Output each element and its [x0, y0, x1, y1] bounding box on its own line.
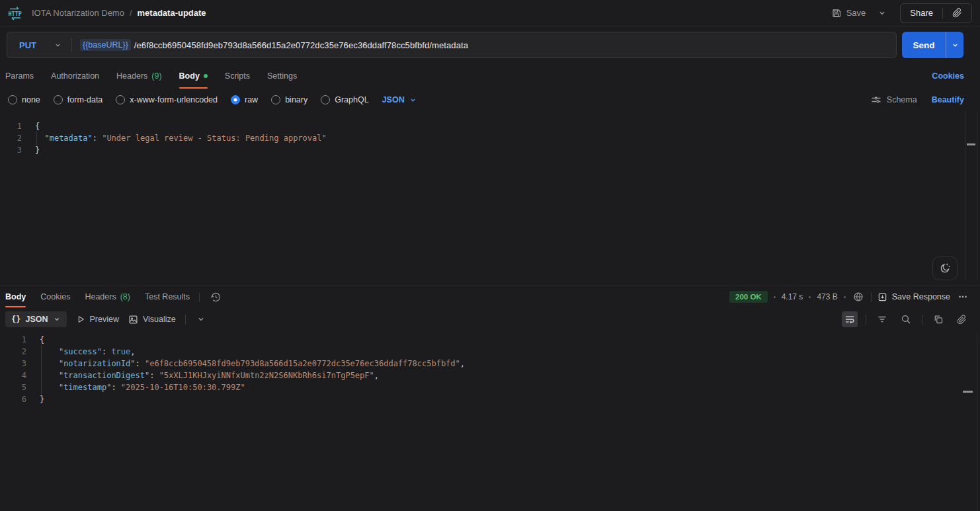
tab-scripts[interactable]: Scripts [225, 63, 250, 89]
link-response-button[interactable] [954, 312, 969, 327]
body-type-form-data[interactable]: form-data [54, 95, 103, 104]
radio-icon [54, 95, 63, 104]
code-line[interactable]: 6} [0, 393, 980, 405]
tab-body[interactable]: Body [179, 63, 208, 89]
body-type-none[interactable]: none [8, 95, 40, 104]
tab-test-results[interactable]: Test Results [145, 286, 190, 307]
scrollbar-thumb[interactable] [963, 391, 973, 393]
chevron-down-icon [196, 315, 206, 324]
tab-authorization[interactable]: Authorization [51, 63, 99, 89]
line-content: } [40, 393, 44, 405]
line-content: "metadata": "Under legal review - Status… [35, 132, 327, 144]
breadcrumb-request-name: metadata-update [138, 8, 206, 18]
postbot-button[interactable] [932, 256, 958, 280]
scrollbar-thumb[interactable] [967, 143, 975, 145]
send-button[interactable]: Send [902, 32, 946, 58]
method-selector[interactable]: PUT [7, 32, 71, 58]
code-line[interactable]: 5 "timestamp": "2025-10-16T10:50:30.799Z… [0, 381, 980, 393]
tab-settings[interactable]: Settings [267, 63, 297, 89]
body-format-label: JSON [382, 95, 405, 104]
cookies-link[interactable]: Cookies [932, 71, 964, 81]
code-line[interactable]: 2 "metadata": "Under legal review - Stat… [0, 132, 980, 144]
chevron-down-icon [878, 9, 887, 18]
save-response-button[interactable]: Save Response [878, 292, 950, 302]
copy-icon [933, 314, 944, 325]
body-type-graphql[interactable]: GraphQL [321, 95, 368, 104]
divider [871, 292, 872, 302]
filter-icon [877, 314, 887, 325]
tab-label: Params [5, 71, 34, 81]
url-box: PUT {{baseURL}} /e6f8ccb6950458fd9eb793d… [7, 32, 897, 58]
image-icon [128, 315, 138, 325]
chevron-down-icon [951, 41, 960, 50]
copy-link-button[interactable] [943, 4, 971, 22]
svg-text:HTTP: HTTP [9, 10, 22, 17]
request-tabs: ParamsAuthorizationHeaders(9)BodyScripts… [5, 63, 297, 89]
response-view-options-chevron[interactable] [195, 313, 207, 325]
response-section: BodyCookiesHeaders(8)Test Results 200 OK… [0, 286, 980, 511]
response-code-lines: 1{2 "success": true,3 "notarizationId": … [0, 334, 980, 405]
tab-body[interactable]: Body [5, 286, 26, 307]
tab-cookies[interactable]: Cookies [40, 286, 70, 307]
response-body-viewer[interactable]: 1{2 "success": true,3 "notarizationId": … [0, 331, 980, 511]
tab-params[interactable]: Params [5, 63, 34, 89]
response-format-selector[interactable]: {} JSON [5, 311, 67, 327]
breadcrumb-collection[interactable]: IOTA Notarization Demo [32, 8, 124, 18]
line-number: 6 [0, 393, 26, 405]
editor-scrollbar[interactable] [965, 111, 977, 280]
response-time[interactable]: 4.17 s [782, 292, 803, 301]
base-url-variable[interactable]: {{baseURL}} [80, 39, 131, 51]
url-input[interactable]: {{baseURL}} /e6f8ccb6950458fd9eb793d8a56… [72, 39, 896, 51]
wrap-text-button[interactable] [842, 311, 858, 327]
tab-headers[interactable]: Headers(8) [85, 286, 130, 307]
radio-label: raw [245, 95, 258, 104]
dot-separator [809, 296, 811, 298]
network-info-button[interactable] [852, 290, 865, 303]
request-bar: PUT {{baseURL}} /e6f8ccb6950458fd9eb793d… [0, 26, 980, 63]
status-badge[interactable]: 200 OK [729, 291, 768, 303]
response-format-label: JSON [25, 315, 48, 324]
ai-sparkle-icon [938, 262, 952, 275]
code-line[interactable]: 2 "success": true, [0, 346, 980, 358]
body-format-selector[interactable]: JSON [382, 95, 417, 104]
schema-button[interactable]: Schema [871, 95, 917, 105]
search-icon [901, 314, 911, 325]
beautify-button[interactable]: Beautify [932, 95, 964, 104]
code-line[interactable]: 3 "notarizationId": "e6f8ccb6950458fd9eb… [0, 358, 980, 370]
share-button[interactable]: Share [901, 4, 942, 22]
visualize-button[interactable]: Visualize [128, 315, 176, 325]
editor-scrollbar[interactable] [977, 334, 977, 511]
breadcrumb-separator: / [130, 8, 132, 18]
code-line[interactable]: 1{ [0, 120, 980, 132]
line-number: 5 [0, 381, 26, 393]
tab-label: Body [179, 71, 200, 81]
tab-headers[interactable]: Headers(9) [116, 63, 162, 89]
search-response-button[interactable] [898, 311, 914, 327]
preview-button[interactable]: Preview [76, 315, 119, 324]
body-type-x-www-form-urlencoded[interactable]: x-www-form-urlencoded [116, 95, 218, 104]
chevron-down-icon [54, 41, 62, 50]
share-button-group: Share [900, 3, 972, 23]
body-type-row: noneform-datax-www-form-urlencodedrawbin… [0, 89, 980, 111]
save-label: Save [846, 8, 866, 18]
response-size[interactable]: 473 B [817, 292, 837, 301]
code-line[interactable]: 3} [0, 144, 980, 156]
send-options-chevron[interactable] [946, 32, 963, 58]
filter-button[interactable] [874, 311, 890, 327]
request-body-editor[interactable]: 1{2 "metadata": "Under legal review - St… [0, 111, 980, 286]
tab-label: Headers [85, 292, 116, 301]
radio-icon [271, 95, 280, 104]
body-type-raw[interactable]: raw [231, 95, 258, 104]
request-history-button[interactable] [209, 290, 223, 304]
line-content: } [35, 144, 40, 156]
save-button[interactable]: Save [829, 5, 869, 22]
code-line[interactable]: 1{ [0, 334, 980, 346]
code-line[interactable]: 4 "transactionDigest": "5xXLJ1KHJxyiNNfx… [0, 370, 980, 381]
copy-response-button[interactable] [930, 311, 946, 327]
radio-icon [231, 95, 240, 104]
response-more-button[interactable] [956, 290, 969, 303]
body-type-binary[interactable]: binary [271, 95, 307, 104]
save-options-chevron[interactable] [875, 5, 889, 21]
preview-label: Preview [90, 315, 119, 324]
tab-label: Headers [116, 71, 147, 81]
